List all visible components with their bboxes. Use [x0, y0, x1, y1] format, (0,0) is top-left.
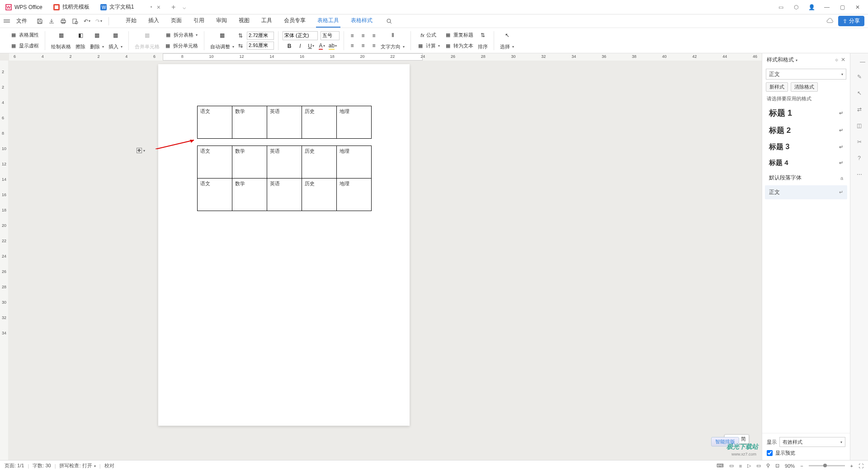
style-item[interactable]: 标题 2↵ [765, 122, 847, 139]
autofit-icon[interactable]: ▦ [217, 30, 228, 41]
delete-icon[interactable]: ▦ [92, 30, 103, 41]
shell-tab[interactable]: 找稻壳模板 [49, 1, 94, 14]
table-cell[interactable]: 语文 [198, 146, 232, 179]
font-size-select[interactable] [321, 31, 340, 40]
menu-tab-reference[interactable]: 引用 [192, 14, 206, 28]
table-cell[interactable]: 数学 [232, 179, 267, 211]
repeat-header-button[interactable]: ▦重复标题 [443, 31, 475, 40]
autofit-button[interactable]: 自动调整▾ [208, 42, 236, 51]
align-middle-button[interactable]: ≡ [359, 32, 367, 40]
delete-button[interactable]: 删除▾ [88, 42, 106, 51]
status-spellcheck[interactable]: 拼写检查: 打开 ▾ [59, 462, 95, 469]
underline-button[interactable]: U▾ [307, 42, 315, 50]
more-icon[interactable]: ⋯ [855, 170, 864, 179]
style-item[interactable]: 标题 1↵ [765, 104, 847, 122]
align-bottom-button[interactable]: ≡ [370, 32, 378, 40]
close-window-icon[interactable]: ✕ [854, 3, 862, 11]
table-anchor-handle[interactable]: ✥▾ [137, 148, 145, 153]
document-table-1[interactable]: 语文 数学 英语 历史 地理 [197, 106, 372, 139]
document-area[interactable]: 6422468101214161820222426283032343638404… [0, 53, 762, 460]
settings-icon[interactable]: ⇄ [855, 105, 864, 114]
clear-format-button[interactable]: 清除格式 [791, 82, 818, 92]
save-icon[interactable] [36, 18, 43, 25]
draw-table-icon[interactable]: ▦ [56, 30, 66, 41]
text-direction-icon[interactable]: Ⅱ [387, 30, 398, 41]
formula-button[interactable]: fx公式 [419, 31, 438, 39]
table-cell[interactable]: 地理 [337, 146, 372, 179]
select-icon[interactable]: ↖ [502, 30, 513, 41]
pin-icon[interactable]: ⟐ [835, 56, 838, 63]
align-top-button[interactable]: ≡ [348, 32, 356, 40]
menu-tab-page[interactable]: 页面 [170, 14, 183, 28]
status-proof[interactable]: 校对 [104, 462, 114, 469]
layers-icon[interactable]: ◫ [855, 121, 864, 130]
table-cell[interactable]: 地理 [337, 179, 372, 211]
zoom-value[interactable]: 90% [785, 463, 795, 469]
keyboard-icon[interactable]: ⌨ [717, 463, 724, 469]
eraser-button[interactable]: 擦除 [74, 42, 87, 51]
tools-icon[interactable]: ✂ [855, 137, 864, 146]
split-cells-button[interactable]: ▦拆分单元格 [162, 42, 200, 51]
page[interactable]: ✥▾ 语文 数学 英语 历史 地理 语文 数学 英语 历史 地理 [158, 64, 410, 426]
file-menu[interactable]: 文件 [16, 17, 27, 25]
view-read-icon[interactable]: ▷ [747, 463, 751, 469]
table-cell[interactable]: 语文 [198, 106, 232, 139]
menu-tab-table-tools[interactable]: 表格工具 [316, 14, 340, 28]
align-right-button[interactable]: ≡ [370, 42, 378, 50]
menu-tab-insert[interactable]: 插入 [147, 14, 160, 28]
table-props-button[interactable]: ▦表格属性 [8, 31, 41, 40]
split-table-button[interactable]: ▦拆分表格▾ [163, 31, 199, 40]
menu-tab-view[interactable]: 视图 [237, 14, 251, 28]
align-center-button[interactable]: ≡ [359, 42, 367, 50]
fit-icon[interactable]: ⊡ [775, 463, 779, 469]
insert-icon[interactable]: ▦ [110, 30, 121, 41]
style-item[interactable]: 默认段落字体a [765, 171, 847, 185]
print-icon[interactable] [60, 18, 67, 25]
table-cell[interactable]: 语文 [198, 179, 232, 211]
vertical-ruler[interactable]: 2246810121416182022242628303234 [0, 61, 8, 460]
view-print-icon[interactable]: ▭ [729, 463, 734, 469]
new-style-button[interactable]: 新样式 [766, 82, 788, 92]
minimize-icon[interactable]: — [823, 3, 831, 11]
font-name-select[interactable] [283, 31, 318, 40]
collapse-rail-icon[interactable]: — [860, 59, 865, 65]
menu-tab-member[interactable]: 会员专享 [283, 14, 307, 28]
table-cell[interactable]: 历史 [302, 179, 337, 211]
menu-tab-start[interactable]: 开始 [124, 14, 138, 28]
help-icon[interactable]: ? [855, 154, 864, 163]
status-words[interactable]: 字数: 30 [33, 462, 51, 469]
font-color-button[interactable]: A▾ [318, 42, 326, 50]
menu-tab-table-style[interactable]: 表格样式 [349, 14, 374, 28]
close-panel-icon[interactable]: ✕ [841, 56, 845, 63]
search-icon[interactable] [386, 18, 393, 25]
cloud-icon[interactable] [826, 18, 834, 25]
horizontal-ruler[interactable]: 6422468101214161820222426283032343638404… [9, 53, 762, 61]
highlight-button[interactable]: ab▾ [329, 42, 337, 50]
undo-icon[interactable]: ↶▾ [83, 18, 90, 25]
current-style-select[interactable]: 正文 ▾ [766, 69, 846, 80]
app-tab[interactable]: WPS Office [1, 1, 47, 14]
cube-icon[interactable]: ⬡ [792, 3, 800, 11]
zoom-out-button[interactable]: − [800, 463, 803, 469]
edit-icon[interactable]: ✎ [855, 72, 864, 81]
print-preview-icon[interactable] [71, 18, 79, 25]
calc-button[interactable]: ▦计算▾ [415, 41, 442, 50]
table-cell[interactable]: 英语 [267, 179, 302, 211]
eraser-icon[interactable]: ◧ [75, 30, 86, 41]
status-page[interactable]: 页面: 1/1 [5, 462, 24, 469]
table-cell[interactable]: 地理 [337, 106, 372, 139]
select-button[interactable]: 选择▾ [498, 42, 516, 51]
style-item[interactable]: 正文↵ [765, 185, 847, 199]
table-cell[interactable]: 历史 [302, 146, 337, 179]
redo-icon[interactable]: ↷▾ [95, 18, 102, 25]
tab-menu-button[interactable]: ⌵ [183, 4, 186, 10]
share-button[interactable]: ⇪ 分享 [838, 16, 864, 26]
link-icon[interactable]: ⚲ [766, 463, 770, 469]
document-table-2[interactable]: 语文 数学 英语 历史 地理 语文 数学 英语 历史 地理 [197, 146, 372, 211]
show-grid-button[interactable]: ▦显示虚框 [8, 42, 41, 51]
view-web-icon[interactable]: ▭ [756, 463, 761, 469]
maximize-icon[interactable]: ▢ [838, 3, 846, 11]
export-icon[interactable] [48, 18, 55, 25]
table-cell[interactable]: 英语 [267, 146, 302, 179]
draw-table-button[interactable]: 绘制表格 [49, 42, 73, 51]
